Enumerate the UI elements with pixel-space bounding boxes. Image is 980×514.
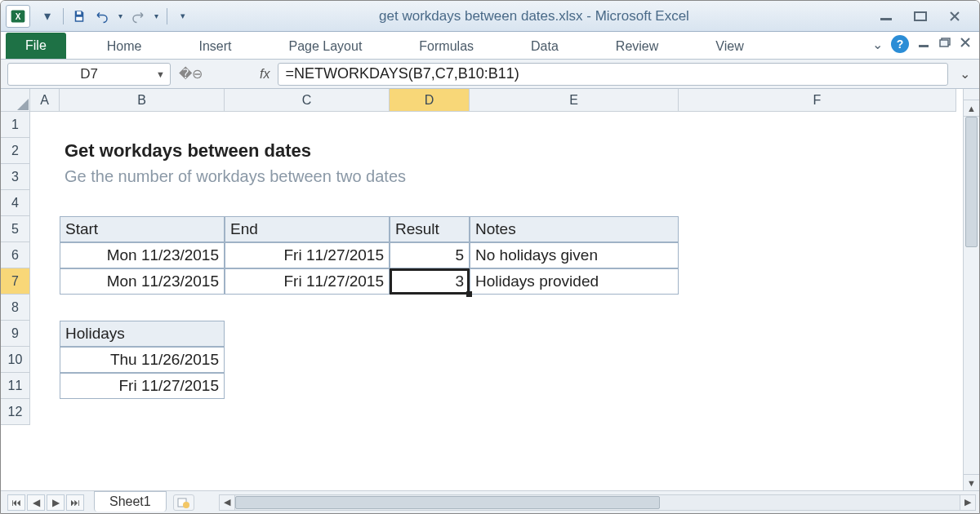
cell[interactable] bbox=[710, 138, 956, 164]
cell-end[interactable]: Fri 11/27/2015 bbox=[225, 268, 390, 295]
cell[interactable] bbox=[390, 347, 470, 373]
cell[interactable] bbox=[225, 373, 390, 399]
cell[interactable] bbox=[470, 347, 679, 373]
cell[interactable] bbox=[470, 190, 679, 216]
expand-formula-bar-icon[interactable]: ⌄ bbox=[956, 66, 973, 82]
scroll-down-icon[interactable]: ▼ bbox=[964, 474, 979, 490]
close-icon[interactable] bbox=[943, 8, 966, 24]
cell[interactable] bbox=[390, 373, 470, 399]
customize-qat-icon[interactable]: ▾ bbox=[172, 6, 194, 27]
row-header[interactable]: 3 bbox=[1, 164, 30, 190]
row-header[interactable]: 4 bbox=[1, 190, 30, 216]
cell[interactable] bbox=[60, 399, 225, 425]
tab-view[interactable]: View bbox=[707, 34, 751, 59]
new-sheet-icon[interactable] bbox=[173, 494, 194, 511]
cell-result[interactable]: 5 bbox=[390, 242, 470, 268]
formula-input[interactable]: =NETWORKDAYS(B7,C7,B10:B11) bbox=[278, 63, 948, 86]
scroll-left-icon[interactable]: ◀ bbox=[219, 494, 235, 511]
scroll-right-icon[interactable]: ▶ bbox=[960, 494, 976, 511]
cell[interactable] bbox=[30, 321, 60, 347]
prev-sheet-icon[interactable]: ◀ bbox=[27, 494, 45, 511]
row-header[interactable]: 7 bbox=[1, 268, 30, 295]
cell-holiday[interactable]: Thu 11/26/2015 bbox=[60, 347, 225, 373]
fx-label[interactable]: fx bbox=[260, 67, 270, 82]
header-end[interactable]: End bbox=[225, 216, 390, 242]
cell[interactable] bbox=[225, 347, 390, 373]
col-header-a[interactable]: A bbox=[30, 89, 60, 112]
workbook-minimize-icon[interactable] bbox=[917, 37, 930, 51]
col-header-b[interactable]: B bbox=[60, 89, 225, 112]
row-header[interactable]: 11 bbox=[1, 373, 30, 399]
row-header[interactable]: 9 bbox=[1, 321, 30, 347]
insert-function-icon[interactable]: �⊖ bbox=[179, 66, 203, 82]
scroll-thumb[interactable] bbox=[235, 496, 660, 509]
workbook-close-icon[interactable] bbox=[960, 37, 971, 51]
cell[interactable] bbox=[30, 268, 60, 295]
scroll-track[interactable] bbox=[235, 494, 960, 511]
cell[interactable] bbox=[60, 190, 225, 216]
tab-insert[interactable]: Insert bbox=[190, 34, 239, 59]
cell[interactable] bbox=[30, 190, 60, 216]
cell[interactable] bbox=[470, 373, 679, 399]
cell[interactable] bbox=[679, 112, 956, 138]
cell[interactable] bbox=[470, 112, 679, 138]
tab-page-layout[interactable]: Page Layout bbox=[280, 34, 370, 59]
qat-dropdown-icon[interactable]: ▾ bbox=[37, 6, 58, 27]
header-notes[interactable]: Notes bbox=[470, 216, 679, 242]
row-header[interactable]: 1 bbox=[1, 112, 30, 138]
cell-start[interactable]: Mon 11/23/2015 bbox=[60, 268, 225, 295]
tab-data[interactable]: Data bbox=[523, 34, 567, 59]
save-icon[interactable] bbox=[69, 6, 90, 27]
col-header-d[interactable]: D bbox=[390, 89, 470, 112]
scroll-thumb[interactable] bbox=[965, 117, 978, 247]
excel-logo[interactable]: X bbox=[6, 5, 30, 28]
cell[interactable] bbox=[30, 295, 60, 321]
cell[interactable] bbox=[225, 321, 390, 347]
header-holidays[interactable]: Holidays bbox=[60, 321, 225, 347]
tab-review[interactable]: Review bbox=[608, 34, 666, 59]
row-header[interactable]: 8 bbox=[1, 295, 30, 321]
cell[interactable] bbox=[679, 190, 956, 216]
cell[interactable] bbox=[225, 399, 390, 425]
row-header[interactable]: 10 bbox=[1, 347, 30, 373]
cell[interactable] bbox=[390, 295, 470, 321]
cell[interactable] bbox=[30, 216, 60, 242]
col-header-c[interactable]: C bbox=[225, 89, 390, 112]
tab-formulas[interactable]: Formulas bbox=[411, 34, 482, 59]
horizontal-scrollbar[interactable]: ◀ ▶ bbox=[219, 494, 976, 511]
cell[interactable] bbox=[60, 295, 225, 321]
cell[interactable] bbox=[30, 112, 60, 138]
cell-subtitle[interactable]: Ge the number of workdays between two da… bbox=[60, 164, 710, 190]
cell[interactable] bbox=[390, 321, 470, 347]
cell[interactable] bbox=[710, 164, 956, 190]
row-header[interactable]: 12 bbox=[1, 399, 30, 425]
sheet-tab[interactable]: Sheet1 bbox=[94, 491, 167, 512]
cell[interactable] bbox=[30, 164, 60, 190]
header-result[interactable]: Result bbox=[390, 216, 470, 242]
scroll-up-icon[interactable]: ▲ bbox=[964, 100, 979, 117]
name-box[interactable]: D7 ▼ bbox=[7, 63, 171, 86]
cell[interactable] bbox=[390, 399, 470, 425]
minimize-ribbon-icon[interactable]: ⌄ bbox=[872, 37, 883, 52]
select-all-corner[interactable] bbox=[1, 89, 30, 112]
workbook-restore-icon[interactable] bbox=[938, 37, 951, 51]
next-sheet-icon[interactable]: ▶ bbox=[47, 494, 65, 511]
cell[interactable] bbox=[30, 373, 60, 399]
last-sheet-icon[interactable]: ⏭ bbox=[66, 494, 84, 511]
tab-home[interactable]: Home bbox=[99, 34, 150, 59]
row-header[interactable]: 2 bbox=[1, 138, 30, 164]
cell-start[interactable]: Mon 11/23/2015 bbox=[60, 242, 225, 268]
cell[interactable] bbox=[679, 399, 956, 425]
file-tab[interactable]: File bbox=[6, 33, 66, 59]
cell-notes[interactable]: Holidays provided bbox=[470, 268, 679, 295]
cell[interactable] bbox=[225, 190, 390, 216]
split-handle[interactable] bbox=[964, 89, 979, 100]
cell[interactable] bbox=[30, 399, 60, 425]
maximize-icon[interactable] bbox=[909, 8, 932, 24]
cell-notes[interactable]: No holidays given bbox=[470, 242, 679, 268]
cell[interactable] bbox=[30, 347, 60, 373]
scroll-track[interactable] bbox=[964, 117, 979, 474]
header-start[interactable]: Start bbox=[60, 216, 225, 242]
help-icon[interactable]: ? bbox=[891, 35, 909, 53]
cell[interactable] bbox=[470, 321, 679, 347]
